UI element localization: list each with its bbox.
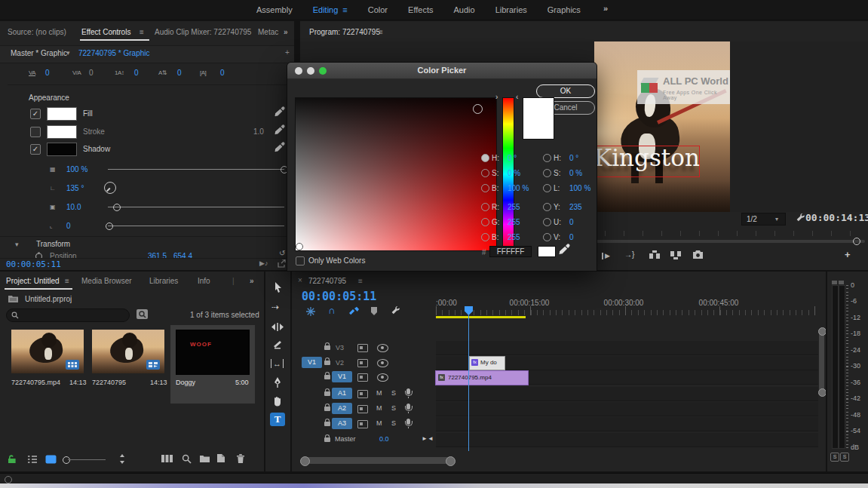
ripple-edit-tool[interactable] [271,323,284,331]
stroke-color-swatch[interactable] [47,125,77,139]
tab-effect-controls[interactable]: Effect Controls [81,28,130,36]
track-assign-icon[interactable] [357,373,368,382]
tab-info[interactable]: Info [198,277,210,285]
blue-radio[interactable] [481,233,489,241]
automate-to-sequence-button[interactable] [161,454,173,463]
yuv-v-radio[interactable] [543,233,551,241]
tab-editing[interactable]: Editing [313,5,339,14]
add-button[interactable]: + [845,249,851,260]
workspace-menu-icon[interactable]: ≡ [342,5,347,14]
stroke-width-value[interactable]: 1.0 [253,127,264,136]
shadow-color-swatch[interactable] [47,143,77,156]
shadow-distance-value[interactable]: 10.0 [66,203,81,211]
settings-wrench-icon[interactable] [795,213,805,223]
track-assign-icon[interactable] [357,405,368,413]
tab-libraries[interactable]: Libraries [495,5,527,14]
lock-icon[interactable] [324,375,330,379]
left-tabs-overflow-icon[interactable]: » [284,28,288,36]
tracking-value[interactable]: 0 [45,69,50,77]
timeline-timecode[interactable]: 00:00:05:11 [302,290,376,303]
shadow-opacity-value[interactable]: 100 % [66,165,87,173]
lock-icon[interactable] [324,345,330,350]
reset-parameter-icon[interactable]: ↺ [279,249,285,257]
track-lane-a3[interactable] [436,417,818,431]
track-output-eye-icon[interactable] [377,359,388,367]
shadow-distance-handle[interactable] [113,204,121,211]
project-item-thumbnail-selected[interactable]: WOOF [176,330,250,375]
picker-eyedropper-icon[interactable] [559,244,570,255]
hex-input[interactable] [489,246,532,257]
shadow-eyedropper-icon[interactable] [275,142,285,152]
shadow-blur-handle[interactable] [106,223,113,230]
voiceover-mic-icon[interactable] [406,404,410,410]
list-view-button[interactable] [27,455,38,464]
solo-button[interactable]: S [391,389,396,397]
track-assign-icon[interactable] [357,344,368,352]
yuv-u-radio[interactable] [543,218,551,226]
track-lane-a2[interactable] [436,402,818,416]
rgb-value[interactable]: 255 [508,233,520,241]
chevron-down-icon[interactable]: ▾ [66,49,70,57]
new-bin-button[interactable] [199,455,210,463]
tab-source-monitor[interactable]: Source: (no clips) [8,28,66,36]
rgb-value[interactable]: 255 [508,203,520,211]
project-item-thumbnail[interactable] [11,330,84,373]
leading-value[interactable]: 0 [134,69,139,77]
vscroll-handle-top[interactable] [818,327,826,336]
source-patch-v1[interactable]: V1 [302,357,322,368]
solo-button[interactable]: S [391,419,396,427]
shadow-opacity-slider[interactable] [108,169,284,170]
search-input[interactable] [22,310,127,321]
type-tool[interactable]: T [270,413,285,426]
panel-menu-icon[interactable]: ≡ [65,277,69,285]
tab-color[interactable]: Color [368,5,388,14]
nest-sequences-icon[interactable] [305,306,316,317]
voiceover-mic-icon[interactable] [406,419,410,425]
hsb-value[interactable]: 0 % [508,169,520,177]
track-lane-v3[interactable] [436,341,818,355]
lock-icon[interactable] [324,437,330,442]
new-item-button[interactable] [216,453,225,463]
shadow-angle-value[interactable]: 135 ° [66,184,84,192]
snap-magnet-icon[interactable]: ∩ [328,305,335,316]
lock-icon[interactable] [324,407,330,411]
hand-tool[interactable] [272,395,283,407]
find-in-bin-icon[interactable] [136,308,149,320]
tsume-value[interactable]: 0 [220,69,225,77]
project-file-name[interactable]: Untitled.prproj [25,295,72,303]
hsb-value[interactable]: 0 ° [508,154,517,162]
export-frame-button[interactable] [692,250,704,259]
scrubber-handle[interactable] [853,238,860,245]
title-text[interactable]: Kingston [594,144,700,171]
yuv-y-radio[interactable] [543,203,551,211]
razor-tool[interactable] [272,340,283,351]
tab-audio[interactable]: Audio [453,5,474,14]
track-output-eye-icon[interactable] [377,344,388,352]
mute-button[interactable]: M [376,404,382,412]
track-name-v1[interactable]: V1 [332,371,352,382]
zoom-level-select[interactable]: 1/2 ▾ [741,213,786,226]
hsl-value[interactable]: 0 % [569,169,582,177]
track-name-a3[interactable]: A3 [332,418,352,429]
track-name-a1[interactable]: A1 [332,388,352,399]
tab-audio-clip-mixer[interactable]: Audio Clip Mixer: 722740795 [155,28,251,36]
pen-tool[interactable] [273,377,282,388]
shadow-checkbox[interactable]: ✓ [30,144,41,155]
vscroll-handle-bottom[interactable] [818,388,826,397]
kerning-value[interactable]: 0 [89,69,94,77]
pin-panel-icon[interactable]: + [285,48,290,57]
yuv-value[interactable]: 235 [569,203,582,211]
shadow-distance-slider[interactable] [108,207,284,207]
tab-effects[interactable]: Effects [408,5,433,14]
tab-assembly[interactable]: Assembly [256,5,293,14]
project-writable-icon[interactable] [8,454,17,464]
hsl-value[interactable]: 100 % [569,184,590,192]
stroke-eyedropper-icon[interactable] [275,124,285,135]
clip-v1-video[interactable]: fx 722740795.mp4 [435,370,529,385]
master-track-label[interactable]: Master [335,435,356,443]
play-in-to-out-button[interactable]: ▶ [602,252,610,259]
extract-button[interactable] [670,250,682,259]
solo-right-button[interactable]: S [840,453,849,462]
master-clip-label[interactable]: Master * Graphic [11,49,67,57]
track-lane-master[interactable] [436,433,818,447]
